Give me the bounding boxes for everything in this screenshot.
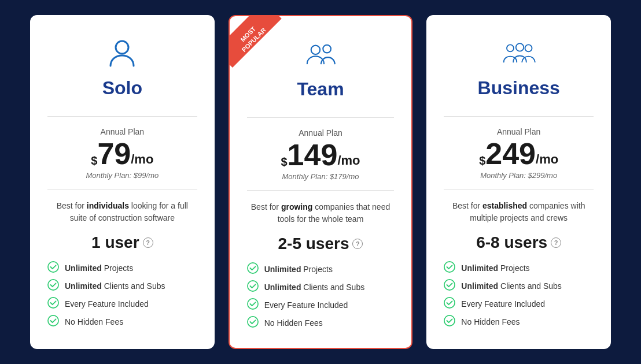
price-row: $ 79 /mo bbox=[91, 139, 153, 169]
feature-item: Every Feature Included bbox=[444, 297, 594, 310]
feature-text: Every Feature Included bbox=[65, 299, 149, 309]
feature-item: No Hidden Fees bbox=[47, 315, 197, 328]
feature-item: Unlimited Projects bbox=[247, 262, 395, 276]
check-icon bbox=[247, 262, 259, 276]
monthly-plan-label: Monthly Plan: $179/mo bbox=[282, 172, 359, 181]
plan-description: Best for individuals looking for a full … bbox=[47, 200, 197, 224]
divider bbox=[444, 189, 594, 190]
feature-item: Unlimited Clients and Subs bbox=[47, 279, 197, 292]
plan-description: Best for growing companies that need too… bbox=[247, 201, 395, 225]
divider bbox=[47, 189, 197, 190]
check-icon bbox=[247, 280, 259, 294]
feature-text: No Hidden Fees bbox=[65, 317, 123, 326]
svg-point-17 bbox=[444, 315, 455, 326]
check-icon bbox=[444, 297, 455, 310]
price-suffix: /mo bbox=[337, 151, 360, 170]
price-amount: 249 bbox=[485, 139, 536, 169]
check-icon bbox=[47, 279, 59, 292]
help-icon[interactable]: ? bbox=[143, 237, 153, 248]
users-label: 2-5 users ? bbox=[278, 235, 363, 253]
check-icon bbox=[47, 297, 59, 310]
svg-point-11 bbox=[507, 44, 514, 51]
feature-text: No Hidden Fees bbox=[461, 317, 520, 326]
feature-item: Unlimited Projects bbox=[47, 261, 197, 274]
check-icon bbox=[444, 261, 455, 274]
svg-point-2 bbox=[48, 280, 58, 290]
check-icon bbox=[47, 261, 59, 274]
help-icon[interactable]: ? bbox=[352, 239, 363, 249]
feature-text: Unlimited Clients and Subs bbox=[65, 281, 165, 291]
svg-point-5 bbox=[311, 46, 320, 54]
check-icon bbox=[247, 298, 259, 311]
svg-point-1 bbox=[48, 262, 58, 272]
feature-text: Unlimited Projects bbox=[461, 263, 529, 273]
plan-name: Business bbox=[478, 77, 560, 99]
feature-text: Unlimited Clients and Subs bbox=[264, 283, 365, 292]
price-suffix: /mo bbox=[131, 150, 153, 169]
divider bbox=[247, 190, 395, 191]
check-icon bbox=[444, 315, 455, 328]
feature-text: Every Feature Included bbox=[461, 299, 545, 309]
divider bbox=[247, 117, 395, 118]
svg-point-10 bbox=[248, 317, 258, 327]
users-label: 1 user ? bbox=[91, 233, 153, 252]
feature-text: Every Feature Included bbox=[264, 300, 348, 310]
plan-card-solo: Solo Annual Plan $ 79 /mo Monthly Plan: … bbox=[30, 15, 215, 349]
monthly-plan-label: Monthly Plan: $99/mo bbox=[86, 171, 159, 180]
feature-item: Unlimited Projects bbox=[444, 261, 594, 274]
svg-point-16 bbox=[444, 298, 455, 308]
feature-item: Unlimited Clients and Subs bbox=[444, 279, 594, 292]
price-amount: 79 bbox=[97, 139, 131, 169]
plan-icon-area bbox=[105, 36, 139, 73]
features-list: Unlimited Projects Unlimited Clients and… bbox=[47, 261, 197, 328]
feature-text: Unlimited Clients and Subs bbox=[461, 281, 562, 291]
plan-label: Annual Plan bbox=[299, 128, 342, 138]
price-suffix: /mo bbox=[536, 150, 558, 169]
feature-item: Every Feature Included bbox=[247, 298, 395, 311]
svg-point-14 bbox=[444, 262, 455, 272]
pricing-container: Solo Annual Plan $ 79 /mo Monthly Plan: … bbox=[0, 3, 641, 361]
plan-label: Annual Plan bbox=[497, 127, 541, 136]
plan-label: Annual Plan bbox=[101, 127, 145, 136]
price-amount: 149 bbox=[288, 140, 338, 170]
feature-item: No Hidden Fees bbox=[247, 316, 395, 329]
svg-point-12 bbox=[515, 43, 524, 51]
feature-item: No Hidden Fees bbox=[444, 315, 594, 328]
check-icon bbox=[247, 316, 259, 329]
monthly-plan-label: Monthly Plan: $299/mo bbox=[480, 171, 557, 180]
svg-point-9 bbox=[248, 299, 258, 309]
users-label: 6-8 users ? bbox=[476, 233, 561, 252]
divider bbox=[444, 116, 594, 117]
plan-name: Solo bbox=[102, 77, 142, 99]
feature-item: Unlimited Clients and Subs bbox=[247, 280, 395, 294]
plan-description: Best for established companies with mult… bbox=[444, 200, 594, 224]
plan-name: Team bbox=[297, 79, 344, 100]
features-list: Unlimited Projects Unlimited Clients and… bbox=[247, 262, 395, 329]
feature-text: No Hidden Fees bbox=[264, 318, 323, 328]
price-row: $ 249 /mo bbox=[479, 139, 558, 169]
price-dollar: $ bbox=[91, 153, 97, 169]
feature-text: Unlimited Projects bbox=[65, 263, 133, 273]
plan-card-team: Team Annual Plan $ 149 /mo Monthly Plan:… bbox=[229, 15, 413, 349]
features-list: Unlimited Projects Unlimited Clients and… bbox=[444, 261, 594, 328]
plan-icon-area bbox=[303, 37, 338, 74]
help-icon[interactable]: ? bbox=[551, 237, 561, 248]
feature-item: Every Feature Included bbox=[47, 297, 197, 310]
feature-text: Unlimited Projects bbox=[264, 265, 333, 274]
svg-point-8 bbox=[248, 281, 258, 291]
divider bbox=[47, 116, 197, 117]
svg-point-15 bbox=[444, 280, 455, 290]
svg-point-6 bbox=[323, 45, 331, 53]
check-icon bbox=[47, 315, 59, 328]
svg-point-3 bbox=[48, 298, 58, 308]
price-row: $ 149 /mo bbox=[281, 140, 360, 170]
check-icon bbox=[444, 279, 455, 292]
svg-point-0 bbox=[116, 41, 128, 54]
most-popular-badge bbox=[230, 16, 282, 68]
price-dollar: $ bbox=[479, 153, 485, 169]
svg-point-4 bbox=[48, 315, 58, 326]
plan-icon-area bbox=[502, 36, 536, 73]
svg-point-13 bbox=[525, 44, 532, 51]
plan-card-business: Business Annual Plan $ 249 /mo Monthly P… bbox=[426, 15, 611, 349]
price-dollar: $ bbox=[281, 154, 287, 170]
